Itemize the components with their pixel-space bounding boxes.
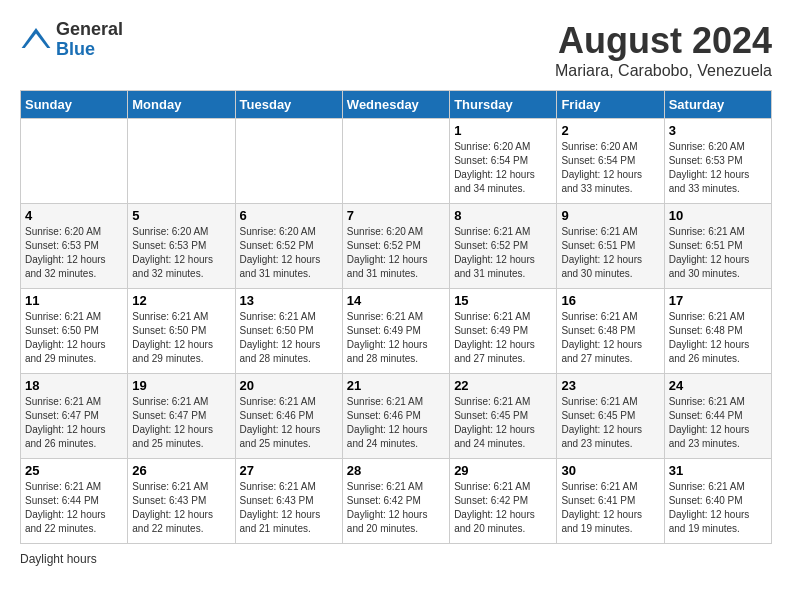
calendar-cell: 8Sunrise: 6:21 AM Sunset: 6:52 PM Daylig… [450,204,557,289]
calendar-cell: 23Sunrise: 6:21 AM Sunset: 6:45 PM Dayli… [557,374,664,459]
calendar-cell: 31Sunrise: 6:21 AM Sunset: 6:40 PM Dayli… [664,459,771,544]
day-info: Sunrise: 6:21 AM Sunset: 6:42 PM Dayligh… [454,480,552,536]
day-number: 4 [25,208,123,223]
day-info: Sunrise: 6:21 AM Sunset: 6:40 PM Dayligh… [669,480,767,536]
day-info: Sunrise: 6:20 AM Sunset: 6:52 PM Dayligh… [347,225,445,281]
day-info: Sunrise: 6:21 AM Sunset: 6:46 PM Dayligh… [240,395,338,451]
page-header: General Blue August 2024 Mariara, Carabo… [20,20,772,80]
day-number: 2 [561,123,659,138]
calendar-cell: 16Sunrise: 6:21 AM Sunset: 6:48 PM Dayli… [557,289,664,374]
calendar-cell: 29Sunrise: 6:21 AM Sunset: 6:42 PM Dayli… [450,459,557,544]
day-number: 29 [454,463,552,478]
day-number: 16 [561,293,659,308]
day-number: 30 [561,463,659,478]
weekday-header-row: SundayMondayTuesdayWednesdayThursdayFrid… [21,91,772,119]
calendar-cell: 1Sunrise: 6:20 AM Sunset: 6:54 PM Daylig… [450,119,557,204]
calendar-week-row: 18Sunrise: 6:21 AM Sunset: 6:47 PM Dayli… [21,374,772,459]
day-number: 23 [561,378,659,393]
day-info: Sunrise: 6:21 AM Sunset: 6:50 PM Dayligh… [240,310,338,366]
calendar-cell: 13Sunrise: 6:21 AM Sunset: 6:50 PM Dayli… [235,289,342,374]
calendar-cell: 27Sunrise: 6:21 AM Sunset: 6:43 PM Dayli… [235,459,342,544]
day-info: Sunrise: 6:21 AM Sunset: 6:45 PM Dayligh… [561,395,659,451]
calendar-cell: 18Sunrise: 6:21 AM Sunset: 6:47 PM Dayli… [21,374,128,459]
logo-text: General Blue [56,20,123,60]
day-info: Sunrise: 6:21 AM Sunset: 6:45 PM Dayligh… [454,395,552,451]
day-info: Sunrise: 6:21 AM Sunset: 6:49 PM Dayligh… [347,310,445,366]
weekday-header-thursday: Thursday [450,91,557,119]
logo-blue: Blue [56,40,123,60]
calendar-cell [235,119,342,204]
day-info: Sunrise: 6:21 AM Sunset: 6:46 PM Dayligh… [347,395,445,451]
logo-icon [20,24,52,56]
calendar-cell: 26Sunrise: 6:21 AM Sunset: 6:43 PM Dayli… [128,459,235,544]
calendar-cell [21,119,128,204]
calendar-cell [342,119,449,204]
day-number: 15 [454,293,552,308]
month-year: August 2024 [555,20,772,62]
calendar-cell: 6Sunrise: 6:20 AM Sunset: 6:52 PM Daylig… [235,204,342,289]
calendar-cell [128,119,235,204]
day-number: 17 [669,293,767,308]
calendar-cell: 21Sunrise: 6:21 AM Sunset: 6:46 PM Dayli… [342,374,449,459]
calendar-cell: 14Sunrise: 6:21 AM Sunset: 6:49 PM Dayli… [342,289,449,374]
logo-general: General [56,20,123,40]
day-number: 3 [669,123,767,138]
day-info: Sunrise: 6:20 AM Sunset: 6:53 PM Dayligh… [132,225,230,281]
day-info: Sunrise: 6:20 AM Sunset: 6:54 PM Dayligh… [454,140,552,196]
day-info: Sunrise: 6:21 AM Sunset: 6:51 PM Dayligh… [561,225,659,281]
calendar-week-row: 4Sunrise: 6:20 AM Sunset: 6:53 PM Daylig… [21,204,772,289]
day-info: Sunrise: 6:20 AM Sunset: 6:53 PM Dayligh… [25,225,123,281]
day-number: 1 [454,123,552,138]
day-number: 22 [454,378,552,393]
day-number: 13 [240,293,338,308]
day-number: 12 [132,293,230,308]
calendar-cell: 9Sunrise: 6:21 AM Sunset: 6:51 PM Daylig… [557,204,664,289]
weekday-header-monday: Monday [128,91,235,119]
calendar-cell: 15Sunrise: 6:21 AM Sunset: 6:49 PM Dayli… [450,289,557,374]
day-info: Sunrise: 6:21 AM Sunset: 6:48 PM Dayligh… [561,310,659,366]
day-number: 5 [132,208,230,223]
calendar-cell: 10Sunrise: 6:21 AM Sunset: 6:51 PM Dayli… [664,204,771,289]
day-number: 6 [240,208,338,223]
day-number: 18 [25,378,123,393]
calendar-cell: 2Sunrise: 6:20 AM Sunset: 6:54 PM Daylig… [557,119,664,204]
calendar-cell: 20Sunrise: 6:21 AM Sunset: 6:46 PM Dayli… [235,374,342,459]
day-number: 31 [669,463,767,478]
day-number: 26 [132,463,230,478]
day-info: Sunrise: 6:21 AM Sunset: 6:50 PM Dayligh… [132,310,230,366]
day-number: 20 [240,378,338,393]
calendar-cell: 22Sunrise: 6:21 AM Sunset: 6:45 PM Dayli… [450,374,557,459]
daylight-label: Daylight hours [20,552,97,566]
day-info: Sunrise: 6:21 AM Sunset: 6:50 PM Dayligh… [25,310,123,366]
day-number: 28 [347,463,445,478]
day-info: Sunrise: 6:21 AM Sunset: 6:41 PM Dayligh… [561,480,659,536]
calendar-table: SundayMondayTuesdayWednesdayThursdayFrid… [20,90,772,544]
day-number: 21 [347,378,445,393]
footer: Daylight hours [20,552,772,566]
calendar-cell: 12Sunrise: 6:21 AM Sunset: 6:50 PM Dayli… [128,289,235,374]
calendar-cell: 24Sunrise: 6:21 AM Sunset: 6:44 PM Dayli… [664,374,771,459]
calendar-week-row: 11Sunrise: 6:21 AM Sunset: 6:50 PM Dayli… [21,289,772,374]
day-info: Sunrise: 6:21 AM Sunset: 6:47 PM Dayligh… [25,395,123,451]
calendar-cell: 5Sunrise: 6:20 AM Sunset: 6:53 PM Daylig… [128,204,235,289]
calendar-cell: 19Sunrise: 6:21 AM Sunset: 6:47 PM Dayli… [128,374,235,459]
day-info: Sunrise: 6:20 AM Sunset: 6:53 PM Dayligh… [669,140,767,196]
weekday-header-saturday: Saturday [664,91,771,119]
day-number: 11 [25,293,123,308]
day-info: Sunrise: 6:20 AM Sunset: 6:52 PM Dayligh… [240,225,338,281]
day-info: Sunrise: 6:21 AM Sunset: 6:42 PM Dayligh… [347,480,445,536]
day-info: Sunrise: 6:21 AM Sunset: 6:49 PM Dayligh… [454,310,552,366]
day-info: Sunrise: 6:21 AM Sunset: 6:51 PM Dayligh… [669,225,767,281]
calendar-cell: 7Sunrise: 6:20 AM Sunset: 6:52 PM Daylig… [342,204,449,289]
weekday-header-sunday: Sunday [21,91,128,119]
calendar-week-row: 1Sunrise: 6:20 AM Sunset: 6:54 PM Daylig… [21,119,772,204]
day-number: 14 [347,293,445,308]
day-info: Sunrise: 6:21 AM Sunset: 6:44 PM Dayligh… [25,480,123,536]
day-number: 19 [132,378,230,393]
day-info: Sunrise: 6:20 AM Sunset: 6:54 PM Dayligh… [561,140,659,196]
day-number: 27 [240,463,338,478]
calendar-week-row: 25Sunrise: 6:21 AM Sunset: 6:44 PM Dayli… [21,459,772,544]
calendar-cell: 17Sunrise: 6:21 AM Sunset: 6:48 PM Dayli… [664,289,771,374]
logo: General Blue [20,20,123,60]
day-info: Sunrise: 6:21 AM Sunset: 6:43 PM Dayligh… [132,480,230,536]
